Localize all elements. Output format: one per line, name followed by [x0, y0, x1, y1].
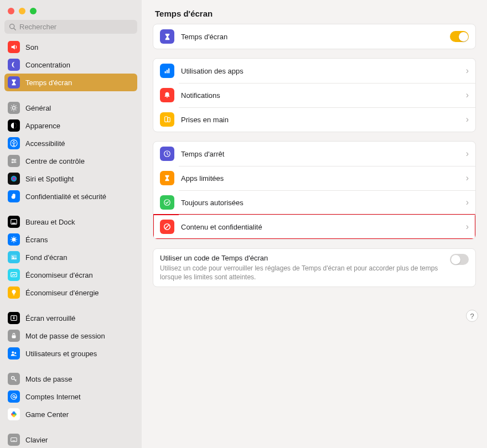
dock-icon: [8, 216, 20, 228]
window-traffic-lights: [0, 0, 142, 20]
svg-rect-18: [13, 317, 15, 319]
sidebar-item-e-crans[interactable]: Écrans: [4, 231, 137, 248]
page-title: Temps d'écran: [155, 9, 474, 18]
svg-point-9: [11, 176, 17, 182]
speaker-icon: [8, 41, 20, 53]
at-icon: [8, 390, 20, 403]
sidebar-item-utilisateurs-et-groupes[interactable]: Utilisateurs et groupes: [4, 345, 137, 362]
sidebar-item-label: Confidentialité et sécurité: [25, 192, 106, 201]
hand-icon: [8, 190, 20, 202]
help-button[interactable]: ?: [466, 310, 478, 322]
sidebar-item-label: Économiseur d'énergie: [25, 289, 99, 297]
svg-line-1: [14, 28, 15, 30]
sidebar-item-label: Apparence: [25, 122, 60, 130]
svg-rect-16: [13, 295, 15, 295]
sidebar-item-e-conomiseur-d-e-nergie[interactable]: Économiseur d'énergie: [4, 284, 137, 301]
sidebar-item-label: Son: [25, 43, 38, 51]
svg-rect-35: [165, 117, 168, 122]
sidebar-item-label: Mots de passe: [25, 375, 72, 383]
screen-time-toggle-row: Temps d'écran: [153, 24, 475, 49]
limits-group: Temps d'arrêt›Apps limitées›Toujours aut…: [153, 141, 476, 239]
sidebar-item-comptes-internet[interactable]: Comptes Internet: [4, 388, 137, 405]
sidebar-item-confidentialite-et-se-curite-[interactable]: Confidentialité et sécurité: [4, 187, 137, 205]
sidebar-item-bureau-et-dock[interactable]: Bureau et Dock: [4, 213, 137, 231]
chevron-right-icon: ›: [466, 149, 469, 159]
settings-row-notifications[interactable]: Notifications›: [153, 83, 475, 107]
sidebar-item-apparence[interactable]: Apparence: [4, 117, 137, 134]
sidebar-item-label: Bureau et Dock: [25, 218, 75, 226]
row-label: Contenu et confidentialité: [181, 223, 459, 231]
passcode-card: Utiliser un code de Temps d'écran Utilis…: [153, 248, 476, 287]
row-label: Prises en main: [181, 116, 459, 124]
pickup-icon: [160, 112, 174, 127]
sidebar-item-son[interactable]: Son: [4, 38, 137, 56]
hourglass-icon: [8, 76, 20, 88]
sidebar-item-label: Concentration: [25, 61, 70, 69]
search-input[interactable]: [19, 23, 133, 31]
sidebar-item-label: Fond d'écran: [25, 253, 67, 262]
chevron-right-icon: ›: [466, 114, 469, 124]
sidebar-item-label: Siri et Spotlight: [25, 175, 74, 183]
close-window-button[interactable]: [8, 8, 14, 14]
row-label: Notifications: [181, 91, 459, 100]
screen-time-toggle[interactable]: [450, 31, 469, 42]
passcode-title: Utiliser un code de Temps d'écran: [160, 254, 443, 262]
nosign-icon: [160, 220, 174, 234]
sidebar-item-mot-de-passe-de-session[interactable]: Mot de passe de session: [4, 327, 137, 345]
fullscreen-window-button[interactable]: [30, 8, 37, 14]
svg-point-12: [12, 238, 16, 242]
sidebar-item-game-center[interactable]: Game Center: [4, 405, 137, 423]
sidebar-item-e-cran-verrouille-[interactable]: Écran verrouillé: [4, 309, 137, 327]
svg-point-6: [12, 159, 13, 160]
svg-rect-36: [168, 118, 170, 122]
svg-rect-34: [168, 69, 169, 74]
sidebar-item-label: Économiseur d'écran: [25, 271, 93, 279]
passcode-toggle[interactable]: [450, 254, 469, 265]
svg-rect-33: [167, 70, 168, 73]
svg-point-21: [14, 352, 16, 354]
search-field[interactable]: [4, 20, 137, 34]
settings-row-apps-limite-es[interactable]: Apps limitées›: [153, 166, 475, 190]
svg-rect-29: [11, 438, 17, 442]
hourglass-icon: [160, 29, 174, 44]
settings-row-contenu-et-confidentialite-[interactable]: Contenu et confidentialité›: [153, 215, 475, 239]
gamecenter-icon: [8, 408, 20, 420]
sidebar-item-label: Utilisateurs et groupes: [25, 350, 97, 358]
chevron-right-icon: ›: [466, 66, 469, 76]
settings-row-utilisation-des-apps[interactable]: Utilisation des apps›: [153, 59, 475, 83]
sidebar-item-mots-de-passe[interactable]: Mots de passe: [4, 370, 137, 388]
lock-icon: [8, 330, 20, 342]
settings-row-toujours-autorise-es[interactable]: Toujours autorisées›: [153, 190, 475, 215]
sliders-icon: [8, 155, 20, 167]
sidebar-item-fond-d-e-cran[interactable]: Fond d'écran: [4, 248, 137, 266]
sidebar-item-centre-de-contro-le[interactable]: Centre de contrôle: [4, 152, 137, 170]
sidebar-item-ge-ne-ral[interactable]: Général: [4, 99, 137, 117]
sidebar-item-label: Écran verrouillé: [25, 314, 75, 322]
usage-group: Utilisation des apps›Notifications›Prise…: [153, 58, 476, 132]
sidebar-item-clavier[interactable]: Clavier: [4, 431, 137, 448]
sidebar-item-label: Temps d'écran: [25, 79, 72, 87]
settings-row-prises-en-main[interactable]: Prises en main›: [153, 107, 475, 132]
accessibility-icon: [8, 137, 20, 149]
chart-icon: [160, 64, 174, 78]
gear-icon: [8, 102, 20, 114]
settings-row-temps-d-arre-t[interactable]: Temps d'arrêt›: [153, 142, 475, 166]
row-label: Temps d'arrêt: [181, 150, 459, 158]
chevron-right-icon: ›: [466, 197, 469, 207]
sidebar: SonConcentrationTemps d'écranGénéralAppa…: [0, 0, 142, 448]
sidebar-item-e-conomiseur-d-e-cran[interactable]: Économiseur d'écran: [4, 266, 137, 284]
minimize-window-button[interactable]: [19, 8, 25, 14]
sidebar-item-concentration[interactable]: Concentration: [4, 56, 137, 74]
screensaver-icon: [8, 269, 20, 281]
sidebar-item-label: Comptes Internet: [25, 393, 81, 401]
sidebar-item-siri-et-spotlight[interactable]: Siri et Spotlight: [4, 170, 137, 187]
svg-rect-32: [165, 71, 166, 74]
svg-point-8: [12, 162, 13, 163]
sidebar-item-label: Général: [25, 104, 51, 112]
users-icon: [8, 347, 20, 360]
check-icon: [160, 195, 174, 210]
sidebar-item-temps-d-e-cran[interactable]: Temps d'écran: [4, 74, 137, 91]
sidebar-item-accessibilite-[interactable]: Accessibilité: [4, 134, 137, 152]
moon-icon: [8, 59, 20, 71]
displays-icon: [8, 233, 20, 246]
